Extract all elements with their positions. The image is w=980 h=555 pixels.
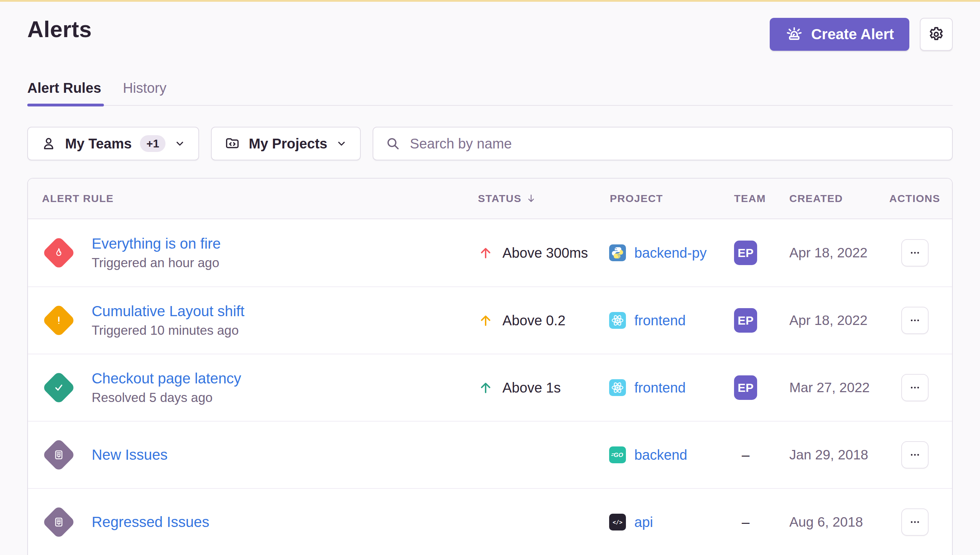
row-actions-button[interactable] xyxy=(901,374,929,401)
teams-filter-label: My Teams xyxy=(65,136,131,152)
gear-icon xyxy=(927,26,945,43)
created-date: Apr 18, 2022 xyxy=(778,245,878,260)
project-cell: backend-py xyxy=(604,244,731,261)
alert-rule-detail: Triggered 10 minutes ago xyxy=(92,323,245,338)
fire-icon xyxy=(42,236,75,269)
alert-rule-cell: Regressed Issues xyxy=(28,505,472,539)
status-arrow-up-icon xyxy=(478,380,493,395)
alert-rule-link[interactable]: New Issues xyxy=(92,446,168,463)
actions-cell xyxy=(878,239,952,266)
row-actions-button[interactable] xyxy=(901,441,929,468)
team-badge[interactable]: EP xyxy=(734,308,757,333)
status-cell: Above 0.2 xyxy=(472,313,604,329)
status-arrow-up-icon xyxy=(478,245,493,260)
project-folder-icon xyxy=(224,136,240,152)
search-input[interactable] xyxy=(410,136,940,152)
check-icon xyxy=(42,371,75,404)
table-row: Cumulative Layout shiftTriggered 10 minu… xyxy=(28,286,952,354)
team-cell: EP xyxy=(731,241,778,265)
svg-text:</>: </> xyxy=(612,519,622,526)
ellipsis-icon xyxy=(909,516,921,528)
status-label: Above 0.2 xyxy=(502,313,565,329)
alert-rule-link[interactable]: Checkout page latency xyxy=(92,370,241,387)
alerts-page: Alerts Create Alert xyxy=(0,16,980,555)
status-label: Above 300ms xyxy=(502,245,588,261)
header-actions: Create Alert xyxy=(770,18,953,51)
filter-bar: My Teams +1 My Projects xyxy=(27,127,953,160)
team-empty-value: – xyxy=(734,514,757,530)
created-date: Aug 6, 2018 xyxy=(778,514,878,530)
react-platform-icon xyxy=(609,312,626,329)
project-cell: GObackend xyxy=(604,446,731,463)
top-accent-strip xyxy=(0,0,980,2)
user-icon xyxy=(41,136,57,152)
alert-rule-link[interactable]: Regressed Issues xyxy=(92,514,209,531)
alert-rule-cell: Checkout page latencyResolved 5 days ago xyxy=(28,370,472,405)
tab-history[interactable]: History xyxy=(123,80,168,105)
project-link[interactable]: api xyxy=(634,514,653,530)
table-header-row: ALERT RULE STATUS PROJECT TEAM CREATED A… xyxy=(28,178,952,219)
column-header-team[interactable]: TEAM xyxy=(731,192,778,204)
team-badge[interactable]: EP xyxy=(734,375,757,400)
project-cell: frontend xyxy=(604,379,731,396)
column-header-created[interactable]: CREATED xyxy=(778,192,878,204)
project-link[interactable]: backend-py xyxy=(634,245,707,261)
project-link[interactable]: frontend xyxy=(634,313,686,329)
issues-icon xyxy=(42,438,75,472)
created-date: Mar 27, 2022 xyxy=(778,380,878,395)
column-header-status[interactable]: STATUS xyxy=(472,192,604,204)
actions-cell xyxy=(878,307,952,334)
row-actions-button[interactable] xyxy=(901,307,929,334)
project-link[interactable]: frontend xyxy=(634,380,686,396)
column-header-project[interactable]: PROJECT xyxy=(604,192,731,204)
team-cell: EP xyxy=(731,375,778,400)
projects-filter-dropdown[interactable]: My Projects xyxy=(211,127,361,160)
team-badge[interactable]: EP xyxy=(734,241,757,265)
issues-icon xyxy=(42,505,75,539)
actions-cell xyxy=(878,508,952,536)
react-platform-icon xyxy=(609,379,626,396)
table-row: Everything is on fireTriggered an hour a… xyxy=(28,219,952,286)
alert-rule-link[interactable]: Everything is on fire xyxy=(92,235,221,252)
alert-rule-link[interactable]: Cumulative Layout shift xyxy=(92,303,245,320)
search-box xyxy=(372,127,953,160)
alert-rule-detail: Resolved 5 days ago xyxy=(92,390,241,405)
column-header-actions: ACTIONS xyxy=(878,192,952,204)
team-empty-value: – xyxy=(734,447,757,463)
alert-rule-cell: New Issues xyxy=(28,438,472,472)
team-cell: – xyxy=(731,447,778,463)
column-header-alert-rule[interactable]: ALERT RULE xyxy=(28,192,472,204)
ellipsis-icon xyxy=(909,314,921,326)
project-cell: </>api xyxy=(604,514,731,531)
project-cell: frontend xyxy=(604,312,731,329)
table-row: New IssuesGObackend–Jan 29, 2018 xyxy=(28,421,952,488)
teams-filter-dropdown[interactable]: My Teams +1 xyxy=(27,127,199,160)
status-cell: Above 1s xyxy=(472,380,604,396)
row-actions-button[interactable] xyxy=(901,239,929,266)
create-alert-button[interactable]: Create Alert xyxy=(770,18,909,51)
alert-rule-cell: Everything is on fireTriggered an hour a… xyxy=(28,235,472,270)
projects-filter-label: My Projects xyxy=(249,136,328,152)
page-header: Alerts Create Alert xyxy=(27,16,953,51)
alert-rules-table: ALERT RULE STATUS PROJECT TEAM CREATED A… xyxy=(27,178,953,555)
row-actions-button[interactable] xyxy=(901,508,929,536)
status-arrow-up-icon xyxy=(478,313,493,328)
code-platform-icon: </> xyxy=(609,514,626,531)
search-icon xyxy=(385,136,401,151)
team-cell: EP xyxy=(731,308,778,333)
alerts-tabs: Alert Rules History xyxy=(27,80,953,106)
status-label: Above 1s xyxy=(502,380,561,396)
go-platform-icon: GO xyxy=(609,446,626,463)
tab-alert-rules[interactable]: Alert Rules xyxy=(27,80,102,105)
actions-cell xyxy=(878,374,952,401)
settings-button[interactable] xyxy=(920,18,953,51)
chevron-down-icon xyxy=(174,138,186,149)
sort-descending-icon xyxy=(525,192,537,204)
ellipsis-icon xyxy=(909,449,921,461)
table-row: Regressed Issues</>api–Aug 6, 2018 xyxy=(28,488,952,555)
alert-rule-cell: Cumulative Layout shiftTriggered 10 minu… xyxy=(28,303,472,338)
page-title: Alerts xyxy=(27,16,92,42)
project-link[interactable]: backend xyxy=(634,447,687,463)
siren-icon xyxy=(785,25,803,43)
ellipsis-icon xyxy=(909,247,921,259)
